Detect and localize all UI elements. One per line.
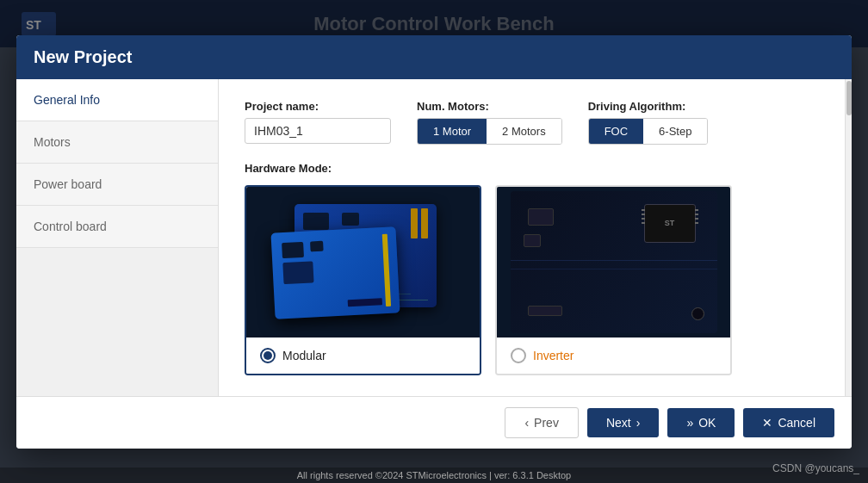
next-chevron-icon: › xyxy=(636,416,641,430)
one-motor-button[interactable]: 1 Motor xyxy=(418,119,487,144)
project-name-label: Project name: xyxy=(245,100,391,113)
inverter-label: Inverter xyxy=(533,349,574,362)
dialog-footer: ‹ Prev Next › » OK ✕ Cancel xyxy=(16,396,852,449)
cancel-icon: ✕ xyxy=(762,416,772,430)
num-motors-toggle: 1 Motor 2 Motors xyxy=(417,118,562,145)
inverter-card-footer: Inverter xyxy=(497,337,730,374)
hardware-mode-section: Hardware Mode: xyxy=(245,162,819,375)
modal-overlay: New Project General Info Motors Power bo… xyxy=(0,0,868,483)
sidebar-item-control-board[interactable]: Control board xyxy=(16,206,218,248)
num-motors-label: Num. Motors: xyxy=(417,100,562,113)
driving-algo-toggle: FOC 6-Step xyxy=(588,118,709,145)
scrollbar-thumb[interactable] xyxy=(846,81,852,115)
sidebar-item-power-board[interactable]: Power board xyxy=(16,164,218,206)
ok-icon: » xyxy=(686,416,693,430)
project-name-input[interactable] xyxy=(245,118,391,144)
hardware-mode-label: Hardware Mode: xyxy=(245,162,819,175)
hardware-mode-cards: Modular ST xyxy=(245,185,819,375)
watermark: CSDN @youcans_ xyxy=(772,462,859,474)
foc-button[interactable]: FOC xyxy=(589,119,643,144)
scrollbar-track[interactable] xyxy=(845,79,852,396)
next-button[interactable]: Next › xyxy=(587,408,659,437)
modular-card-image xyxy=(246,187,480,337)
modular-radio[interactable] xyxy=(260,348,276,363)
project-name-group: Project name: xyxy=(245,100,391,144)
modular-label: Modular xyxy=(282,349,326,362)
driving-algo-label: Driving Algorithm: xyxy=(588,100,709,113)
new-project-dialog: New Project General Info Motors Power bo… xyxy=(16,35,852,449)
dialog-body: General Info Motors Power board Control … xyxy=(16,79,852,396)
modular-card[interactable]: Modular xyxy=(245,185,481,375)
num-motors-group: Num. Motors: 1 Motor 2 Motors xyxy=(417,100,562,145)
dialog-title: New Project xyxy=(34,47,132,66)
dialog-header: New Project xyxy=(16,35,852,79)
two-motors-button[interactable]: 2 Motors xyxy=(487,119,561,144)
modular-card-footer: Modular xyxy=(246,337,480,374)
inverter-card[interactable]: ST xyxy=(495,185,732,375)
cancel-button[interactable]: ✕ Cancel xyxy=(743,408,834,437)
six-step-button[interactable]: 6-Step xyxy=(643,119,707,144)
main-content: Project name: Num. Motors: 1 Motor 2 Mot… xyxy=(219,79,845,396)
inverter-card-image: ST xyxy=(497,187,730,337)
sidebar: General Info Motors Power board Control … xyxy=(16,79,219,396)
sidebar-item-motors[interactable]: Motors xyxy=(16,121,218,164)
prev-chevron-icon: ‹ xyxy=(524,416,529,430)
ok-button[interactable]: » OK xyxy=(667,408,735,437)
driving-algo-group: Driving Algorithm: FOC 6-Step xyxy=(588,100,709,145)
footer-note: All rights reserved ©2024 STMicroelectro… xyxy=(0,468,868,483)
form-row-top: Project name: Num. Motors: 1 Motor 2 Mot… xyxy=(245,100,819,145)
inverter-radio[interactable] xyxy=(511,348,526,363)
sidebar-item-general-info[interactable]: General Info xyxy=(16,79,218,121)
prev-button[interactable]: ‹ Prev xyxy=(505,407,578,438)
